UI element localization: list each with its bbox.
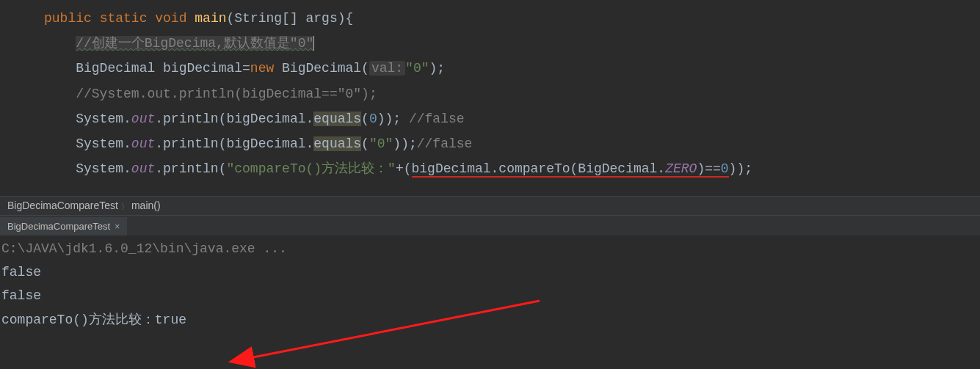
breadcrumb-class[interactable]: BigDecimaCompareTest [7, 200, 118, 211]
comment: //创建一个BigDecima,默认数值是"0" [76, 36, 313, 51]
console-command: C:\JAVA\jdk1.6.0_12\bin\java.exe ... [0, 237, 980, 260]
code-text: )); [729, 161, 752, 176]
run-tab[interactable]: BigDecimaCompareTest× [0, 217, 127, 235]
run-tab-bar: BigDecimaCompareTest× [0, 216, 980, 235]
console-line: false [0, 260, 980, 284]
breadcrumb-method[interactable]: main() [131, 200, 161, 211]
field-out: out [131, 161, 155, 176]
console-line: compareTo()方法比较：true [0, 308, 980, 332]
method-name: main [195, 11, 226, 26]
comment: //false [417, 136, 473, 151]
code-text: )== [697, 161, 720, 176]
breadcrumb[interactable]: BigDecimaCompareTest〉main() [0, 196, 980, 215]
code-line: public static void main(String[] args){ [0, 6, 980, 31]
chevron-right-icon: 〉 [118, 202, 131, 211]
keyword-static: static [100, 11, 148, 26]
method-equals: equals [313, 112, 361, 126]
code-line: System.out.println(bigDecimal.equals("0"… [0, 131, 980, 156]
code-text: System. [76, 161, 131, 176]
number-literal: 0 [721, 161, 729, 176]
code-line: BigDecimal bigDecimal=new BigDecimal(val… [0, 56, 980, 81]
code-line: //创建一个BigDecima,默认数值是"0" [0, 31, 980, 56]
console-output[interactable]: C:\JAVA\jdk1.6.0_12\bin\java.exe ... fal… [0, 235, 980, 334]
number-literal: 0 [369, 112, 377, 126]
code-text: +( [396, 161, 412, 176]
code-text: System. [76, 136, 131, 151]
code-editor[interactable]: public static void main(String[] args){ … [0, 0, 980, 196]
code-line: //System.out.println(bigDecimal=="0"); [0, 81, 980, 106]
code-text: BigDecimal( [274, 61, 369, 76]
field-out: out [131, 136, 155, 151]
method-equals: equals [313, 136, 361, 151]
keyword-void: void [155, 11, 186, 26]
string-literal: "0" [369, 136, 393, 151]
string-literal: "compareTo()方法比较：" [226, 161, 395, 176]
code-text: .println( [155, 161, 226, 176]
param-hint: val: [369, 61, 405, 76]
code-text: ( [361, 112, 369, 126]
close-icon[interactable]: × [110, 222, 120, 232]
keyword-new: new [250, 61, 274, 76]
code-text: .println(bigDecimal. [155, 136, 313, 151]
comment: //false [409, 112, 465, 126]
code-text: )); [377, 112, 409, 126]
code-text: )); [393, 136, 416, 151]
constant-zero: ZERO [665, 161, 697, 176]
field-out: out [131, 112, 155, 126]
comment: //System.out.println(bigDecimal=="0"); [76, 87, 377, 101]
expr-underlined: bigDecimal.compareTo(BigDecimal. [412, 161, 666, 176]
run-tab-label: BigDecimaCompareTest [7, 221, 110, 232]
code-text: System. [76, 112, 131, 126]
code-text: (String[] args){ [227, 11, 354, 26]
code-text: ); [429, 61, 446, 76]
string-literal: "0" [405, 61, 429, 76]
console-line: false [0, 284, 980, 307]
code-text: BigDecimal bigDecimal= [76, 61, 250, 76]
code-line: System.out.println(bigDecimal.equals(0))… [0, 106, 980, 131]
text-caret [313, 36, 314, 51]
code-line: System.out.println("compareTo()方法比较："+(b… [0, 156, 980, 181]
code-text: ( [361, 136, 369, 151]
code-text: .println(bigDecimal. [155, 112, 313, 126]
keyword-public: public [44, 11, 92, 26]
